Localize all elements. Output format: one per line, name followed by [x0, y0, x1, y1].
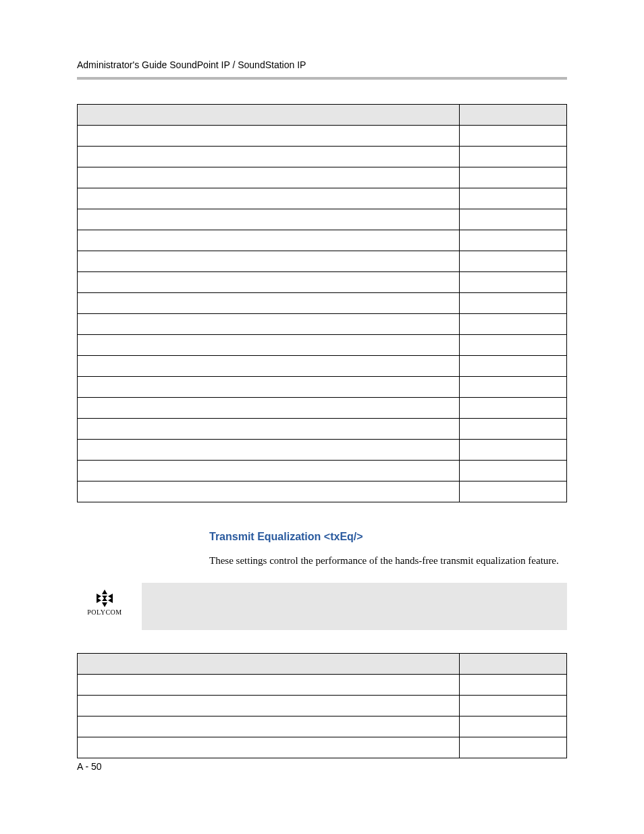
- svg-marker-0: [102, 590, 107, 594]
- note-body: [142, 583, 567, 630]
- table-cell: [78, 188, 460, 209]
- table-row: [78, 481, 567, 502]
- table-cell: [78, 147, 460, 167]
- table-cell: [460, 188, 567, 209]
- svg-marker-4: [97, 598, 101, 603]
- table-cell: [78, 737, 460, 758]
- table-cell: [78, 314, 460, 335]
- table-cell: [78, 126, 460, 147]
- table-row: [78, 126, 567, 147]
- svg-marker-1: [102, 602, 107, 607]
- table-cell: [78, 419, 460, 440]
- table-cell: [460, 356, 567, 377]
- table-header-row: [78, 654, 567, 675]
- table-row: [78, 167, 567, 188]
- table-row: [78, 419, 567, 440]
- table-cell: [460, 230, 567, 251]
- polycom-logo-label: POLYCOM: [87, 608, 122, 616]
- table-cell: [460, 419, 567, 440]
- table-row: [78, 209, 567, 230]
- table-row: [78, 398, 567, 419]
- table-cell: [460, 398, 567, 419]
- section-transmit-equalization: Transmit Equalization <txEq/> These sett…: [209, 531, 567, 568]
- table-row: [78, 377, 567, 398]
- table-cell: [460, 293, 567, 314]
- table-header-cell: [460, 105, 567, 126]
- table-cell: [78, 167, 460, 188]
- polycom-logo-icon: [95, 590, 114, 607]
- table-cell: [460, 461, 567, 481]
- table-row: [78, 314, 567, 335]
- polycom-logo: POLYCOM: [77, 583, 132, 616]
- table-cell: [460, 209, 567, 230]
- running-header: Administrator's Guide SoundPoint IP / So…: [77, 59, 567, 70]
- svg-marker-7: [102, 598, 107, 601]
- table-row: [78, 147, 567, 167]
- table-row: [78, 251, 567, 272]
- table-cell: [78, 335, 460, 356]
- table-cell: [460, 251, 567, 272]
- table-cell: [460, 377, 567, 398]
- table-cell: [78, 272, 460, 293]
- table-cell: [78, 440, 460, 461]
- table-cell: [460, 314, 567, 335]
- table-cell: [78, 398, 460, 419]
- document-page: Administrator's Guide SoundPoint IP / So…: [0, 0, 644, 834]
- table-cell: [78, 481, 460, 502]
- table-row: [78, 272, 567, 293]
- table-row: [78, 230, 567, 251]
- table-row: [78, 716, 567, 737]
- table-row: [78, 461, 567, 481]
- svg-marker-5: [108, 598, 113, 603]
- section-title: Transmit Equalization <txEq/>: [209, 531, 567, 543]
- table-cell: [78, 377, 460, 398]
- table-row: [78, 335, 567, 356]
- table-cell: [78, 251, 460, 272]
- header-rule: [77, 77, 567, 80]
- table-row: [78, 188, 567, 209]
- table-header-cell: [460, 654, 567, 675]
- table-cell: [78, 209, 460, 230]
- table-cell: [460, 675, 567, 696]
- table-cell: [78, 293, 460, 314]
- table-cell: [460, 737, 567, 758]
- settings-table-2: [77, 653, 567, 758]
- table-row: [78, 737, 567, 758]
- page-number: A - 50: [77, 761, 102, 772]
- table-header-cell: [78, 105, 460, 126]
- table-cell: [460, 335, 567, 356]
- note-block: POLYCOM: [77, 583, 567, 630]
- table-cell: [460, 696, 567, 716]
- table-cell: [460, 716, 567, 737]
- section-body-text: These settings control the performance o…: [209, 554, 567, 568]
- table-cell: [78, 696, 460, 716]
- table-cell: [460, 272, 567, 293]
- table-cell: [78, 716, 460, 737]
- table-cell: [78, 230, 460, 251]
- settings-table-1: [77, 104, 567, 502]
- table-cell: [460, 167, 567, 188]
- table-cell: [460, 126, 567, 147]
- table-row: [78, 440, 567, 461]
- table-header-cell: [78, 654, 460, 675]
- table-cell: [460, 147, 567, 167]
- table-cell: [78, 461, 460, 481]
- table-cell: [78, 675, 460, 696]
- table-cell: [460, 481, 567, 502]
- table-row: [78, 356, 567, 377]
- table-cell: [460, 440, 567, 461]
- table-row: [78, 675, 567, 696]
- table-header-row: [78, 105, 567, 126]
- table-row: [78, 696, 567, 716]
- table-row: [78, 293, 567, 314]
- table-cell: [78, 356, 460, 377]
